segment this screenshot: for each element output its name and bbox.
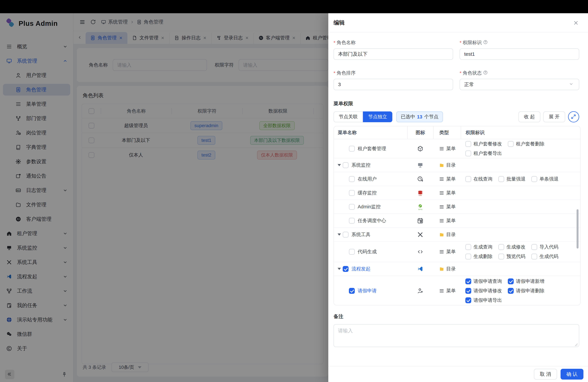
perm-checkbox[interactable]: [531, 244, 537, 250]
tree-node-checkbox[interactable]: [343, 162, 349, 168]
node-linked-button[interactable]: 节点关联: [334, 111, 363, 122]
menu-lines-icon: [439, 176, 444, 182]
node-mode-segmented: 节点关联 节点独立: [334, 111, 392, 122]
tree-node-checkbox[interactable]: [349, 190, 355, 196]
field-role-status: *角色状态 正常: [460, 70, 579, 90]
tree-node-checkbox[interactable]: [349, 204, 355, 210]
perm-checkbox[interactable]: [508, 288, 514, 294]
perm-checkbox[interactable]: [498, 244, 504, 250]
redis-icon: redis: [417, 190, 423, 196]
folder-yellow-icon: [439, 163, 444, 168]
tree-cell-name: 任务调度中心: [334, 217, 407, 224]
tree-node-label[interactable]: Admin监控: [358, 204, 380, 210]
fullscreen-button[interactable]: [568, 111, 579, 122]
tree-type-label: 菜单: [446, 204, 456, 210]
remark-label: 备注: [334, 313, 579, 320]
collapse-all-button[interactable]: 收 起: [518, 111, 540, 122]
tree-cell-type: 菜单: [433, 146, 461, 152]
folder-yellow-icon: [439, 232, 444, 237]
fullscreen-icon: [571, 114, 577, 120]
vscode-icon: [417, 266, 423, 272]
tree-type-label: 菜单: [446, 288, 456, 294]
tree-node-checkbox[interactable]: [349, 249, 355, 255]
tree-node-label[interactable]: 系统监控: [352, 162, 370, 169]
tree-cell-icon: [407, 231, 433, 238]
tree-node-checkbox[interactable]: [349, 218, 355, 224]
tree-node-label[interactable]: 任务调度中心: [358, 217, 386, 224]
perm-checkbox[interactable]: [531, 176, 537, 182]
tree-cell-type: 菜单: [433, 249, 461, 255]
perm-checkbox[interactable]: [465, 244, 471, 250]
perm-checkbox[interactable]: [465, 141, 471, 147]
package-icon: [417, 146, 423, 152]
required-mark: *: [334, 70, 335, 76]
tree-node-checkbox[interactable]: [349, 146, 355, 152]
expand-all-button[interactable]: 展 开: [543, 111, 565, 122]
perm-checkbox[interactable]: [465, 176, 471, 182]
perm-key-label: 权限标识: [463, 39, 482, 46]
perm-checkbox[interactable]: [465, 288, 471, 294]
tree-body: 租户套餐管理菜单租户套餐修改租户套餐删除租户套餐导出系统监控目录在线用户菜单在线…: [334, 139, 580, 305]
tree-cell-type: 菜单: [433, 176, 461, 182]
tree-header-row: 菜单名称 图标 类型 权限标识: [334, 126, 580, 139]
tree-row: 代码生成菜单生成查询生成修改导入代码生成删除预览代码生成代码: [334, 241, 580, 262]
perm-item: 预览代码: [498, 253, 525, 260]
tree-column-icon: 图标: [407, 126, 433, 139]
menu-perm-section-label: 菜单权限: [334, 100, 579, 107]
tree-type-label: 目录: [446, 231, 456, 238]
tree-node-checkbox[interactable]: [349, 176, 355, 182]
tree-cell-type: 菜单: [433, 190, 461, 196]
expand-arrow-icon[interactable]: [337, 268, 342, 270]
tree-node-label[interactable]: 请假申请: [358, 288, 377, 294]
perm-checkbox[interactable]: [465, 297, 471, 303]
perm-checkbox[interactable]: [498, 254, 504, 259]
perm-item: 租户套餐导出: [465, 150, 502, 157]
tree-cell-icon: [407, 146, 433, 152]
perm-label: 请假申请删除: [516, 288, 544, 294]
perm-key-input[interactable]: [460, 48, 579, 60]
cancel-button[interactable]: 取 消: [534, 369, 557, 380]
confirm-button[interactable]: 确 认: [561, 369, 583, 380]
online-user-icon: [417, 176, 423, 182]
perm-checkbox[interactable]: [531, 254, 537, 259]
tree-cell-perms: [461, 233, 580, 236]
tree-node-checkbox[interactable]: [349, 288, 355, 294]
perm-label: 导入代码: [540, 244, 558, 250]
perm-checkbox[interactable]: [465, 150, 471, 156]
tree-node-checkbox[interactable]: [343, 266, 349, 272]
perm-checkbox[interactable]: [465, 278, 471, 284]
tree-node-label[interactable]: 租户套餐管理: [358, 146, 386, 152]
svg-text:redis: redis: [419, 194, 422, 196]
tree-node-label[interactable]: 在线用户: [358, 176, 377, 182]
tree-cell-name: 代码生成: [334, 249, 407, 255]
node-independent-button[interactable]: 节点独立: [363, 111, 392, 122]
tree-row: 任务调度中心菜单: [334, 213, 580, 227]
role-status-select[interactable]: 正常: [460, 79, 579, 90]
tree-cell-perms: 生成查询生成修改导入代码生成删除预览代码生成代码: [461, 242, 580, 262]
role-sort-input[interactable]: [334, 79, 453, 90]
tree-node-label[interactable]: 流程发起: [352, 266, 370, 272]
perm-checkbox[interactable]: [465, 254, 471, 259]
tree-cell-name: 流程发起: [334, 266, 407, 272]
tree-scrollbar-thumb[interactable]: [577, 209, 579, 249]
required-mark: *: [460, 70, 462, 76]
perm-checkbox[interactable]: [508, 141, 514, 147]
tree-node-label[interactable]: 代码生成: [358, 249, 377, 255]
expand-arrow-icon[interactable]: [337, 164, 342, 166]
drawer-header: 编辑: [328, 13, 588, 32]
tree-node-label[interactable]: 缓存监控: [358, 190, 377, 196]
role-name-input[interactable]: [334, 48, 453, 60]
perm-label: 单条强退: [540, 176, 558, 182]
os-top-bar: [0, 0, 588, 13]
tree-node-label[interactable]: 系统工具: [352, 231, 370, 238]
remark-textarea[interactable]: [334, 324, 579, 347]
drawer-close-button[interactable]: [573, 20, 579, 26]
expand-arrow-icon[interactable]: [337, 233, 342, 236]
perm-checkbox[interactable]: [508, 278, 514, 284]
menu-perm-controls: 节点关联 节点独立 已选中 13 个节点 收 起 展 开: [334, 111, 579, 122]
tree-cell-perms: [461, 205, 580, 209]
selected-prefix: 已选中: [401, 114, 415, 120]
modal-overlay[interactable]: [0, 0, 328, 382]
tree-node-checkbox[interactable]: [343, 232, 349, 237]
perm-checkbox[interactable]: [498, 176, 504, 182]
